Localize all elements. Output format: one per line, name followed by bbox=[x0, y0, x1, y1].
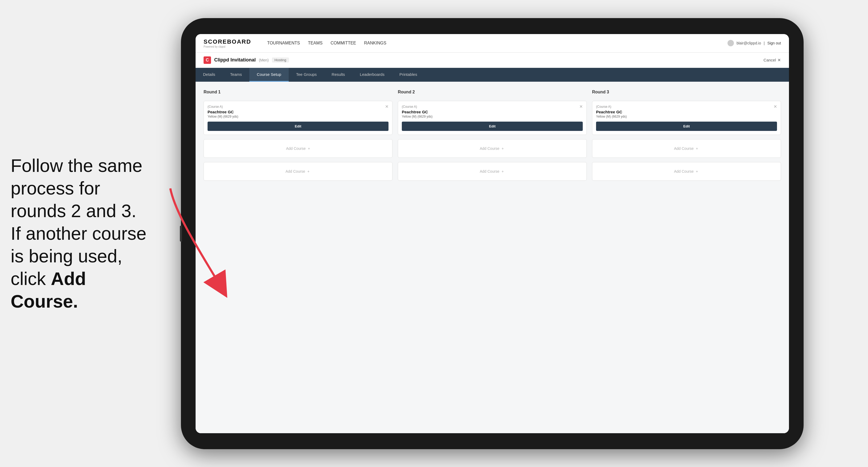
logo-powered-text: Powered by clippd bbox=[204, 45, 251, 48]
round-3-column: Round 3 ✕ (Course A) Peachtree GC Yellow… bbox=[592, 90, 781, 181]
tournament-name: Clippd Invitational bbox=[214, 57, 256, 63]
instruction-panel: Follow the same process for rounds 2 and… bbox=[0, 138, 165, 329]
close-icon: ✕ bbox=[778, 58, 781, 63]
rounds-container: Round 1 ✕ (Course A) Peachtree GC Yellow… bbox=[204, 90, 781, 181]
user-email: blair@clippd.io bbox=[737, 41, 761, 45]
tablet-screen: SCOREBOARD Powered by clippd TOURNAMENTS… bbox=[195, 34, 789, 433]
round-2-add-course-2[interactable]: Add Course + bbox=[398, 162, 587, 181]
nav-committee[interactable]: COMMITTEE bbox=[331, 40, 356, 46]
add-plus-symbol-3: + bbox=[502, 146, 504, 151]
nav-teams[interactable]: TEAMS bbox=[308, 40, 322, 46]
round-2-course-details: Yellow (M) (6629 yds) bbox=[402, 115, 583, 118]
instruction-text: Follow the same process for rounds 2 and… bbox=[11, 155, 146, 311]
round-2-course-card: ✕ (Course A) Peachtree GC Yellow (M) (66… bbox=[398, 101, 587, 135]
round-2-remove-icon[interactable]: ✕ bbox=[578, 104, 584, 110]
add-plus-symbol-6: + bbox=[696, 169, 698, 174]
round-3-add-course-1[interactable]: Add Course + bbox=[592, 139, 781, 158]
tab-leaderboards[interactable]: Leaderboards bbox=[352, 68, 392, 82]
round-2-column: Round 2 ✕ (Course A) Peachtree GC Yellow… bbox=[398, 90, 587, 181]
round-2-course-label: (Course A) bbox=[402, 105, 583, 108]
round-3-course-name: Peachtree GC bbox=[596, 110, 777, 114]
round-2-add-course-1[interactable]: Add Course + bbox=[398, 139, 587, 158]
round-3-edit-button[interactable]: Edit bbox=[596, 122, 777, 131]
hosting-badge: Hosting bbox=[272, 58, 289, 63]
round-1-add-course-2[interactable]: Add Course + bbox=[204, 162, 393, 181]
round-1-edit-button[interactable]: Edit bbox=[208, 122, 389, 131]
add-plus-symbol-4: + bbox=[502, 169, 504, 174]
round-3-course-card: ✕ (Course A) Peachtree GC Yellow (M) (66… bbox=[592, 101, 781, 135]
round-2-course-name: Peachtree GC bbox=[402, 110, 583, 114]
scoreboard-logo: SCOREBOARD bbox=[204, 38, 251, 45]
avatar bbox=[727, 40, 734, 46]
main-content: Round 1 ✕ (Course A) Peachtree GC Yellow… bbox=[195, 82, 789, 433]
tab-bar: Details Teams Course Setup Tee Groups Re… bbox=[195, 68, 789, 82]
round-2-edit-button[interactable]: Edit bbox=[402, 122, 583, 131]
clippd-logo-icon: C bbox=[204, 56, 211, 64]
round-1-title: Round 1 bbox=[204, 90, 393, 94]
add-plus-symbol-5: + bbox=[696, 146, 698, 151]
tab-course-setup[interactable]: Course Setup bbox=[249, 68, 289, 82]
tablet-frame: SCOREBOARD Powered by clippd TOURNAMENTS… bbox=[181, 18, 804, 449]
top-nav: SCOREBOARD Powered by clippd TOURNAMENTS… bbox=[195, 34, 789, 53]
round-1-course-card: ✕ (Course A) Peachtree GC Yellow (M) (66… bbox=[204, 101, 393, 135]
round-1-course-details: Yellow (M) (6629 yds) bbox=[208, 115, 389, 118]
round-1-column: Round 1 ✕ (Course A) Peachtree GC Yellow… bbox=[204, 90, 393, 181]
round-1-remove-icon[interactable]: ✕ bbox=[384, 104, 390, 110]
round-3-remove-icon[interactable]: ✕ bbox=[772, 104, 778, 110]
round-1-add-course-1[interactable]: Add Course + bbox=[204, 139, 393, 158]
logo-area: SCOREBOARD Powered by clippd bbox=[204, 38, 251, 48]
round-2-title: Round 2 bbox=[398, 90, 587, 94]
nav-right: blair@clippd.io | Sign out bbox=[727, 40, 781, 46]
sub-header: C Clippd Invitational (Men) Hosting Canc… bbox=[195, 53, 789, 68]
tab-details[interactable]: Details bbox=[195, 68, 223, 82]
nav-rankings[interactable]: RANKINGS bbox=[364, 40, 386, 46]
nav-tournaments[interactable]: TOURNAMENTS bbox=[267, 40, 300, 46]
round-3-course-details: Yellow (M) (6629 yds) bbox=[596, 115, 777, 118]
round-1-course-name: Peachtree GC bbox=[208, 110, 389, 114]
nav-links: TOURNAMENTS TEAMS COMMITTEE RANKINGS bbox=[267, 40, 717, 46]
tab-results[interactable]: Results bbox=[324, 68, 352, 82]
round-3-title: Round 3 bbox=[592, 90, 781, 94]
cancel-button[interactable]: Cancel ✕ bbox=[764, 58, 781, 63]
sub-header-left: C Clippd Invitational (Men) Hosting bbox=[204, 56, 289, 64]
round-1-course-label: (Course A) bbox=[208, 105, 389, 108]
nav-separator: | bbox=[764, 41, 765, 45]
round-3-course-label: (Course A) bbox=[596, 105, 777, 108]
round-3-add-course-2[interactable]: Add Course + bbox=[592, 162, 781, 181]
tab-tee-groups[interactable]: Tee Groups bbox=[289, 68, 324, 82]
tab-printables[interactable]: Printables bbox=[392, 68, 425, 82]
add-plus-symbol-1: + bbox=[308, 146, 310, 151]
sign-out-link[interactable]: Sign out bbox=[767, 41, 781, 45]
tab-teams[interactable]: Teams bbox=[223, 68, 249, 82]
tournament-sub: (Men) bbox=[259, 58, 269, 62]
add-plus-symbol-2: + bbox=[307, 169, 309, 174]
